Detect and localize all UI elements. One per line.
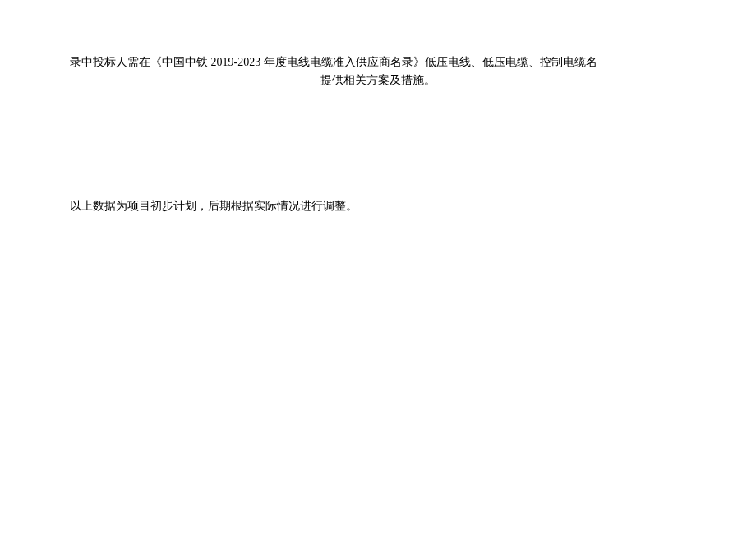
document-content: 录中投标人需在《中国中铁 2019-2023 年度电线电缆准入供应商名录》低压电…: [0, 0, 756, 215]
paragraph-1: 录中投标人需在《中国中铁 2019-2023 年度电线电缆准入供应商名录》低压电…: [70, 53, 686, 90]
paragraph-1-line1: 录中投标人需在《中国中铁 2019-2023 年度电线电缆准入供应商名录》低压电…: [70, 53, 686, 71]
paragraph-2: 以上数据为项目初步计划，后期根据实际情况进行调整。: [70, 197, 686, 215]
paragraph-1-line2: 提供相关方案及措施。: [70, 71, 686, 90]
